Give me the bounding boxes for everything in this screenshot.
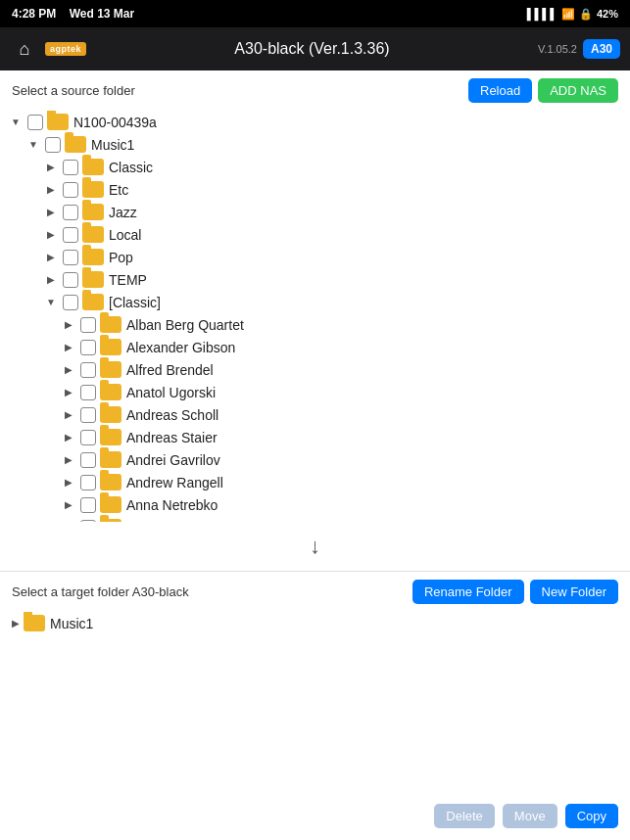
bottom-action-buttons: Delete Move Copy [434,804,618,828]
checkbox-temp[interactable] [63,272,78,288]
checkbox-pop[interactable] [63,250,78,265]
folder-icon-classic [82,159,104,175]
source-buttons: Reload ADD NAS [468,78,618,103]
battery: 42% [597,8,618,20]
checkbox-local[interactable] [63,227,78,243]
node-label-anna: Anna Netrebko [126,497,218,513]
checkbox-andreas-scholl[interactable] [80,407,96,423]
new-folder-button[interactable]: New Folder [530,580,618,604]
status-bar: 4:28 PM Wed 13 Mar ▌▌▌▌ 📶 🔒 42% [0,0,630,27]
folder-icon-target-music1 [24,615,45,631]
folder-icon-music1 [65,136,86,153]
folder-icon-anne-sophie [100,519,121,522]
folder-icon-etc [82,181,104,198]
tree-row-pop[interactable]: Pop [8,246,622,268]
tree-row-andrei[interactable]: Andrei Gavrilov [8,448,622,471]
checkbox-jazz[interactable] [63,205,78,220]
signal-icon: ▌▌▌▌ [527,8,557,20]
chevron-temp[interactable] [43,272,59,288]
node-label-andreas-staier: Andreas Staier [126,430,218,445]
target-label: Select a target folder A30-black [12,584,189,599]
checkbox-music1[interactable] [45,137,61,153]
chevron-anatol[interactable] [61,385,76,400]
checkbox-andreas-staier[interactable] [80,430,96,445]
checkbox-anne-sophie[interactable] [80,520,96,523]
reload-button[interactable]: Reload [468,78,532,103]
chevron-andreas-scholl[interactable] [61,407,76,423]
wifi-icon: 📶 [561,8,575,21]
checkbox-anatol[interactable] [80,385,96,400]
tree-row-target-music1[interactable]: Music1 [8,612,622,634]
copy-button[interactable]: Copy [565,804,618,828]
chevron-pop[interactable] [43,250,59,265]
tree-row-alban[interactable]: Alban Berg Quartet [8,313,622,336]
tree-row-temp[interactable]: TEMP [8,268,622,291]
chevron-anne-sophie[interactable] [61,520,76,523]
checkbox-root[interactable] [27,115,43,130]
chevron-root[interactable] [8,115,24,130]
checkbox-classic-expanded[interactable] [63,295,78,310]
tree-row-alexander[interactable]: Alexander Gibson [8,336,622,358]
chevron-alban[interactable] [61,317,76,333]
date: Wed 13 Mar [70,7,134,21]
checkbox-alexander[interactable] [80,340,96,355]
checkbox-andrew[interactable] [80,475,96,490]
target-section-header: Select a target folder A30-black Rename … [0,572,630,612]
node-label-pop: Pop [109,250,133,265]
tree-row-anna[interactable]: Anna Netrebko [8,493,622,516]
tree-row-alfred[interactable]: Alfred Brendel [8,358,622,381]
node-label-alban: Alban Berg Quartet [126,317,244,333]
chevron-local[interactable] [43,227,59,243]
tree-row-andreas-scholl[interactable]: Andreas Scholl [8,403,622,426]
time: 4:28 PM [12,7,56,21]
tree-row-classic-expanded[interactable]: [Classic] [8,291,622,313]
home-button[interactable]: ⌂ [10,34,39,64]
folder-icon-classic-expanded [82,294,104,310]
tree-row-andreas-staier[interactable]: Andreas Staier [8,426,622,448]
version-badge: V.1.05.2 A30 [538,39,620,59]
node-label-temp: TEMP [109,272,147,288]
tree-row-classic[interactable]: Classic [8,156,622,178]
delete-button[interactable]: Delete [434,804,495,828]
tree-row-andrew[interactable]: Andrew Rangell [8,471,622,493]
chevron-andrei[interactable] [61,452,76,468]
node-label-anatol: Anatol Ugorski [126,385,216,400]
tree-row-music1[interactable]: Music1 [8,133,622,156]
checkbox-alban[interactable] [80,317,96,333]
divider-arrow: ↓ [0,522,630,571]
tree-row-root[interactable]: N100-00439a [8,111,622,133]
chevron-andreas-staier[interactable] [61,430,76,445]
tree-row-local[interactable]: Local [8,223,622,246]
nav-bar: ⌂ agptek A30-black (Ver.1.3.36) V.1.05.2… [0,27,630,70]
folder-icon-local [82,226,104,243]
checkbox-etc[interactable] [63,182,78,198]
chevron-jazz[interactable] [43,205,59,220]
chevron-alexander[interactable] [61,340,76,355]
checkbox-anna[interactable] [80,497,96,513]
chevron-target-music1[interactable] [8,616,24,631]
folder-icon-root [47,114,69,130]
folder-icon-alban [100,316,121,333]
chevron-etc[interactable] [43,182,59,198]
folder-icon-anatol [100,384,121,400]
chevron-anna[interactable] [61,497,76,513]
target-tree: Music1 [0,612,630,634]
chevron-music1[interactable] [25,137,41,153]
chevron-alfred[interactable] [61,362,76,378]
node-label-classic: Classic [109,160,153,175]
target-section: Select a target folder A30-black Rename … [0,571,630,634]
add-nas-button[interactable]: ADD NAS [538,78,618,103]
rename-folder-button[interactable]: Rename Folder [412,580,524,604]
chevron-classic-expanded[interactable] [43,295,59,310]
version-text: V.1.05.2 [538,43,577,55]
checkbox-alfred[interactable] [80,362,96,378]
checkbox-classic[interactable] [63,160,78,175]
chevron-andrew[interactable] [61,475,76,490]
tree-row-anatol[interactable]: Anatol Ugorski [8,381,622,403]
arrow-down-icon: ↓ [310,534,320,559]
chevron-classic[interactable] [43,160,59,175]
tree-row-etc[interactable]: Etc [8,178,622,201]
tree-row-jazz[interactable]: Jazz [8,201,622,223]
checkbox-andrei[interactable] [80,452,96,468]
move-button[interactable]: Move [503,804,557,828]
